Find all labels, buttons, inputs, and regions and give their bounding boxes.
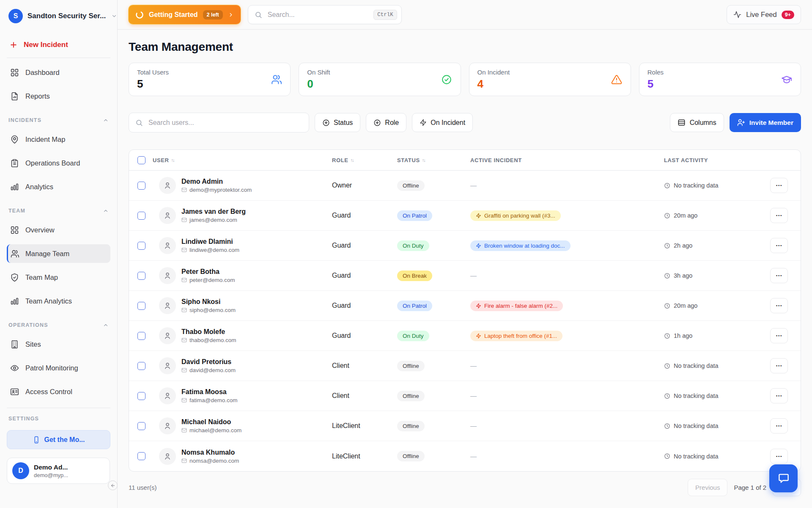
mail-icon: [181, 277, 187, 283]
role-filter-button[interactable]: Role: [366, 113, 406, 132]
invite-member-button[interactable]: Invite Member: [730, 113, 801, 132]
columns-button[interactable]: Columns: [670, 113, 724, 132]
row-checkbox[interactable]: [137, 452, 145, 460]
status-filter-button[interactable]: Status: [315, 113, 360, 132]
row-actions-button[interactable]: ⋯: [770, 418, 788, 433]
getting-started-banner[interactable]: Getting Started 2 left: [129, 5, 241, 24]
sidebar-item-label: Analytics: [25, 183, 53, 191]
section-header-incidents[interactable]: INCIDENTS: [8, 116, 109, 125]
search-icon: [135, 119, 143, 127]
user-role: Client: [332, 392, 397, 400]
row-actions-button[interactable]: ⋯: [770, 178, 788, 193]
last-activity-text: No tracking data: [674, 422, 719, 429]
columns-label: Columns: [690, 119, 716, 127]
status-badge: Offline: [397, 421, 425, 431]
user-email: fatima@demo.com: [181, 397, 238, 403]
row-actions-button[interactable]: ⋯: [770, 268, 788, 283]
select-all-checkbox[interactable]: [137, 156, 145, 164]
sidebar-item-access-control[interactable]: Access Control: [7, 382, 110, 401]
sidebar-item-team-analytics[interactable]: Team Analytics: [7, 292, 110, 310]
user-name: Lindiwe Dlamini: [181, 238, 239, 246]
sidebar-item-overview[interactable]: Overview: [7, 221, 110, 239]
current-user-card[interactable]: D Demo Ad... demo@myp...: [7, 458, 110, 484]
active-incident-badge[interactable]: Broken window at loading doc...: [470, 240, 571, 251]
active-incident-badge[interactable]: Fire alarm - false alarm (#2...: [470, 301, 563, 311]
row-actions-button[interactable]: ⋯: [770, 388, 788, 403]
column-header-user[interactable]: USER ↑↓: [153, 157, 332, 163]
sidebar-item-label: Sites: [25, 340, 41, 348]
last-activity: No tracking data: [664, 362, 770, 369]
on-incident-filter-button[interactable]: On Incident: [412, 113, 473, 132]
sidebar-item-patrol-monitoring[interactable]: Patrol Monitoring: [7, 359, 110, 377]
users-table: USER ↑↓ ROLE ↑↓ STATUS ↑↓ ACTIVE INCIDEN…: [129, 149, 801, 472]
column-header-status[interactable]: STATUS ↑↓: [397, 157, 470, 163]
user-role: Guard: [332, 302, 397, 309]
table-row: Lindiwe Dlamini lindiwe@demo.com Guard O…: [129, 231, 801, 261]
row-actions-button[interactable]: ⋯: [770, 358, 788, 373]
user-email-text: thabo@demo.com: [189, 337, 236, 343]
row-checkbox[interactable]: [137, 272, 145, 280]
sidebar-item-manage-team[interactable]: Manage Team: [7, 244, 110, 263]
mail-icon: [181, 217, 187, 223]
avatar: [159, 207, 176, 224]
row-checkbox[interactable]: [137, 182, 145, 190]
get-mobile-app-button[interactable]: Get the Mo...: [7, 430, 110, 449]
row-actions-button[interactable]: ⋯: [770, 208, 788, 223]
report-file-icon: [10, 92, 19, 101]
sidebar-item-label: Patrol Monitoring: [25, 364, 78, 372]
section-header-settings[interactable]: SETTINGS: [8, 414, 109, 423]
row-checkbox[interactable]: [137, 422, 145, 430]
row-checkbox[interactable]: [137, 332, 145, 340]
previous-page-button[interactable]: Previous: [688, 479, 727, 496]
status-badge: On Duty: [397, 240, 429, 251]
stat-card-roles: Roles 5: [639, 63, 801, 96]
avatar: [159, 177, 176, 194]
row-checkbox[interactable]: [137, 212, 145, 220]
sidebar-item-sites[interactable]: Sites: [7, 335, 110, 353]
row-actions-button[interactable]: ⋯: [770, 328, 788, 343]
chat-widget-button[interactable]: [769, 464, 798, 492]
active-incident-badge[interactable]: Laptop theft from office (#1...: [470, 331, 562, 341]
row-checkbox[interactable]: [137, 302, 145, 310]
current-user-name: Demo Ad...: [34, 464, 68, 471]
alert-triangle-icon: [611, 74, 622, 85]
user-role: LiteClient: [332, 422, 397, 430]
mail-icon: [181, 428, 187, 433]
last-activity-text: No tracking data: [674, 453, 719, 460]
active-incident-badge[interactable]: Graffiti on parking wall (#3...: [470, 210, 561, 221]
row-checkbox[interactable]: [137, 242, 145, 250]
sidebar-item-analytics[interactable]: Analytics: [7, 177, 110, 196]
user-count: 11 user(s): [129, 484, 156, 491]
table-header-row: USER ↑↓ ROLE ↑↓ STATUS ↑↓ ACTIVE INCIDEN…: [129, 150, 801, 171]
org-switcher[interactable]: S Sandton Security Ser...: [8, 8, 109, 24]
users-search-input[interactable]: [148, 119, 302, 127]
mail-icon: [181, 398, 187, 403]
user-role: Guard: [332, 212, 397, 219]
status-badge: On Break: [397, 271, 432, 281]
row-actions-button[interactable]: ⋯: [770, 449, 788, 464]
no-incident-dash: —: [470, 453, 477, 460]
user-plus-icon: [737, 119, 745, 127]
global-search-input[interactable]: [267, 11, 369, 19]
sidebar-item-incident-map[interactable]: Incident Map: [7, 130, 110, 149]
row-checkbox[interactable]: [137, 392, 145, 400]
live-feed-button[interactable]: Live Feed 9+: [727, 5, 801, 24]
sidebar-item-dashboard[interactable]: Dashboard: [7, 63, 110, 82]
sidebar-collapse-button[interactable]: [108, 480, 118, 490]
clock-icon: [664, 333, 670, 339]
row-checkbox[interactable]: [137, 362, 145, 370]
user-role: Guard: [332, 242, 397, 249]
sidebar-item-team-map[interactable]: Team Map: [7, 268, 110, 287]
column-header-role[interactable]: ROLE ↑↓: [332, 157, 397, 163]
row-actions-button[interactable]: ⋯: [770, 298, 788, 313]
live-feed-count-badge: 9+: [782, 11, 794, 19]
sidebar-item-operations-board[interactable]: Operations Board: [7, 154, 110, 172]
active-incident-label: Laptop theft from office (#1...: [484, 333, 557, 339]
section-header-operations[interactable]: OPERATIONS: [8, 320, 109, 330]
sidebar-item-reports[interactable]: Reports: [7, 87, 110, 105]
section-header-team[interactable]: TEAM: [8, 206, 109, 215]
last-activity: 3h ago: [664, 272, 770, 279]
row-actions-button[interactable]: ⋯: [770, 238, 788, 253]
new-incident-button[interactable]: New Incident: [7, 36, 110, 53]
last-activity: 2h ago: [664, 242, 770, 249]
